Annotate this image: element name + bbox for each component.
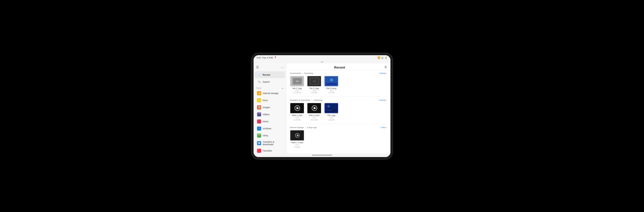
- transfers-count-label: 3 items: [379, 99, 386, 101]
- file-thumbnail: [324, 76, 338, 86]
- screenshots-count[interactable]: 3 items ›: [379, 72, 387, 74]
- file-thumbnail: [290, 103, 304, 113]
- file-thumbnail: [290, 130, 304, 141]
- sidebar-item-apks[interactable]: 📦 APKs: [255, 132, 285, 139]
- screenshots-path-label: Screenshots: [290, 72, 301, 74]
- transfers-section: Transfers & downloads | Yesterday 3 item…: [286, 98, 390, 123]
- internal-storage-sep: |: [305, 126, 306, 129]
- file-thumbnail: [307, 103, 321, 113]
- png-thumb-svg: [325, 76, 338, 86]
- status-right: 📶 📡 🔋: [378, 56, 387, 59]
- screenshots-chevron-icon: ›: [386, 72, 387, 74]
- list-item[interactable]: File 1.jpg 0:001.68 MB: [324, 103, 339, 121]
- sidebar-item-archives[interactable]: 🗜️ Archives: [255, 125, 285, 132]
- internal-storage-path-label: Internal storage: [290, 126, 304, 129]
- sidebar-item-recent-label: Recent: [263, 74, 270, 76]
- sidebar-item-favorites[interactable]: ❤️ Favorites: [255, 147, 285, 154]
- sidebar-item-videos-label: Videos: [263, 113, 269, 116]
- file-meta: 0:001.57 MB: [328, 90, 334, 94]
- sidebar-more-button[interactable]: ···: [280, 65, 284, 70]
- docs-icon: 📁: [257, 98, 261, 102]
- screenshots-section-path: Screenshots | Yesterday: [290, 72, 313, 74]
- sidebar-item-search[interactable]: 🔍 Search: [255, 79, 285, 85]
- internal-storage-file-grid: Video 1.1.mp4 0:009.86 MB: [290, 130, 387, 148]
- sidebar-item-internal-storage[interactable]: 📁 Internal storage: [255, 90, 285, 97]
- status-time: 9:54: [257, 56, 261, 59]
- transfers-file-grid: Video 1.mp4 0:0021.42 MB: [290, 103, 387, 121]
- internal-storage-icon: 📁: [257, 91, 261, 95]
- sidebar-collapse-button[interactable]: ☰: [256, 65, 259, 70]
- svg-rect-11: [326, 83, 337, 85]
- list-item[interactable]: Video 1.1.mp4 0:009.86 MB: [290, 130, 304, 148]
- sidebar-item-transfers[interactable]: ⬇️ Transfers & downloads: [255, 139, 285, 147]
- status-day: Tue, 6 Feb: [262, 56, 273, 59]
- screenshots-sep: |: [302, 72, 303, 74]
- file-meta: 0:001.68 MB: [328, 117, 334, 121]
- tablet-shell: 9:54 Tue, 6 Feb 📍 📶 📡 🔋 ••• ☰ ···: [252, 53, 392, 159]
- content-header: Recent ⇅: [286, 64, 390, 71]
- apks-icon: 📦: [257, 134, 261, 138]
- sidebar-item-transfers-label: Transfers & downloads: [263, 141, 283, 146]
- file-thumbnail: JPG: [290, 76, 304, 86]
- file-meta: 0:0021.42 MB: [294, 117, 301, 121]
- sidebar-item-archives-label: Archives: [263, 127, 271, 130]
- list-item[interactable]: File 2.3.png 0:001.57 MB: [324, 76, 339, 94]
- content-area: Recent ⇅ Screenshots | Yesterday 3 items…: [286, 64, 390, 154]
- list-item[interactable]: JPG File 2.2.jpg 0:000.99 MB: [307, 76, 321, 94]
- status-left: 9:54 Tue, 6 Feb 📍: [257, 56, 277, 59]
- recent-icon: 🕐: [257, 73, 261, 77]
- jpg-thumb-svg: JPG: [290, 76, 304, 86]
- battery-icon: 🔋: [385, 56, 387, 59]
- transfers-icon: ⬇️: [257, 141, 261, 145]
- file1-thumb-svg: [325, 103, 338, 113]
- signal-icon: 📡: [381, 56, 384, 59]
- sidebar-section-tablet: Tablet ▲: [254, 85, 286, 90]
- file-name: File 2.1.jpg: [293, 87, 302, 89]
- file-meta: 0:00121.69 KB: [293, 90, 301, 94]
- screenshots-count-label: 3 items: [379, 72, 386, 74]
- location-icon: 📍: [274, 56, 277, 59]
- archives-icon: 🗜️: [257, 127, 261, 131]
- internal-storage-count[interactable]: 1 item ›: [380, 126, 387, 129]
- search-icon: 🔍: [257, 80, 261, 84]
- transfers-chevron-icon: ›: [386, 99, 387, 101]
- screenshots-date: Yesterday: [304, 72, 313, 74]
- sidebar-item-videos[interactable]: 🎬 Videos: [255, 111, 285, 118]
- sidebar-item-music[interactable]: 🎵 Music: [255, 118, 285, 125]
- svg-point-10: [330, 78, 333, 81]
- sidebar-item-images[interactable]: 🖼️ Images: [255, 104, 285, 111]
- transfers-count[interactable]: 3 items ›: [379, 99, 387, 101]
- file-name: File 2.2.jpg: [310, 87, 319, 89]
- home-bar-indicator: [312, 155, 332, 156]
- screenshots-file-grid: JPG File 2.1.jpg 0:00121.69 KB: [290, 76, 387, 94]
- internal-storage-count-label: 1 item: [380, 126, 386, 129]
- screenshots-section: Screenshots | Yesterday 3 items ›: [286, 71, 390, 96]
- list-item[interactable]: Video 1.mp4 0:0021.42 MB: [290, 103, 304, 121]
- file-meta: 0:0049.03 MB: [311, 117, 318, 121]
- transfers-path-label: Transfers & downloads: [290, 99, 310, 101]
- favorites-icon: ❤️: [257, 149, 261, 153]
- transfers-section-header: Transfers & downloads | Yesterday 3 item…: [290, 99, 387, 101]
- filter-button[interactable]: ⇅: [384, 66, 387, 69]
- internal-storage-date: 2 days ago: [307, 126, 317, 129]
- svg-rect-22: [327, 110, 332, 111]
- content-title: Recent: [295, 66, 384, 69]
- sidebar-item-internal-storage-label: Internal storage: [263, 92, 278, 95]
- file-name: File 1.jpg: [328, 114, 335, 116]
- sidebar-item-apks-label: APKs: [263, 134, 268, 137]
- sidebar-item-recent[interactable]: 🕐 Recent: [255, 72, 285, 78]
- list-item[interactable]: Video 2.mp4 0:0049.03 MB: [307, 103, 321, 121]
- video11-thumb-svg: [290, 130, 304, 141]
- internal-storage-chevron-icon: ›: [386, 126, 387, 129]
- file-meta: 0:009.86 MB: [294, 144, 300, 148]
- top-dots-bar: •••: [254, 60, 390, 64]
- transfers-date: Yesterday: [313, 99, 322, 101]
- transfers-section-path: Transfers & downloads | Yesterday: [290, 99, 322, 101]
- file-name: Video 2.mp4: [309, 114, 319, 116]
- sidebar-item-docs[interactable]: 📁 Docs: [255, 97, 285, 104]
- sidebar-item-docs-label: Docs: [263, 99, 268, 102]
- transfers-sep: |: [312, 99, 312, 101]
- sidebar-topbar: ☰ ···: [254, 64, 286, 71]
- list-item[interactable]: JPG File 2.1.jpg 0:00121.69 KB: [290, 76, 304, 94]
- internal-storage-section-header: Internal storage | 2 days ago 1 item ›: [290, 126, 387, 129]
